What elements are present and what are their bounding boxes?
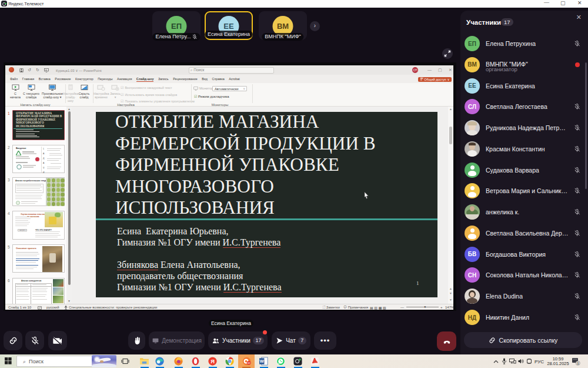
svg-text:Я: Я (211, 359, 215, 364)
svg-text:69: 69 (248, 362, 250, 364)
svg-text:W: W (260, 359, 265, 364)
